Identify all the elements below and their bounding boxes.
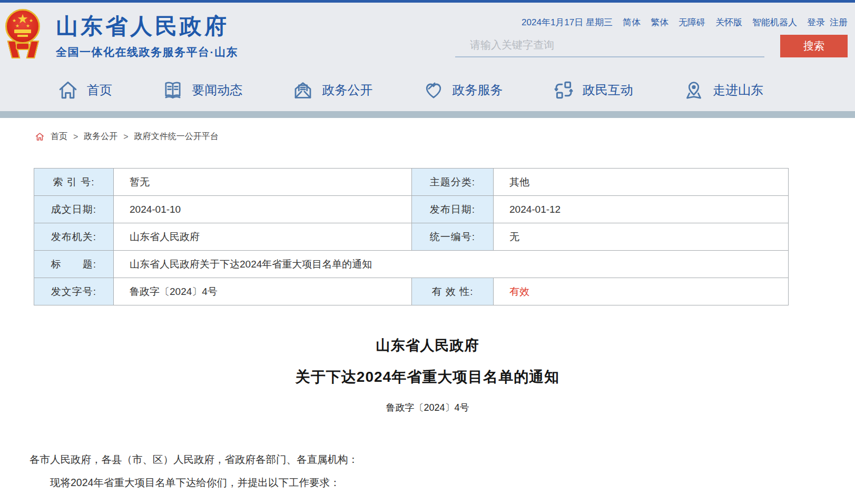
emblem-star-small: ★ [29,18,33,23]
search-bar: 搜索 [455,35,848,57]
emblem-star-small: ★ [15,23,19,28]
nav-item-label: 走进山东 [713,82,763,98]
nav-item-label: 政务服务 [453,82,503,98]
nav-item-news[interactable]: 要闻动态 [162,79,242,101]
meta-label-written-date: 成文日期: [34,196,114,223]
meta-label-issuing-agency: 发布机关: [34,223,114,251]
current-date: 2024年1月17日 星期三 [522,16,613,28]
heart-icon [422,79,445,101]
meta-label-index-number: 索 引 号: [34,169,114,196]
exchange-icon [553,79,575,101]
meta-value-title: 山东省人民政府关于下达2024年省重大项目名单的通知 [114,251,789,278]
site-title: 山东省人民政府 [56,12,238,41]
breadcrumb: 首页 > 政务公开 > 政府文件统一公开平台 [0,118,855,142]
meta-label-unified-number: 统一编号: [412,223,494,251]
document-title-line1: 山东省人民政府 [0,336,855,355]
link-accessibility[interactable]: 无障碍 [679,16,705,28]
search-button[interactable]: 搜索 [780,35,848,57]
emblem-knot [16,43,30,50]
meta-value-written-date: 2024-01-10 [114,196,412,223]
emblem-star: ★ [7,13,38,25]
nav-item-label: 政民互动 [583,82,633,98]
meta-value-issuing-agency: 山东省人民政府 [114,223,412,251]
meta-value-topic-category: 其他 [494,169,789,196]
open-book-icon [162,79,184,101]
nav-item-label: 政务公开 [322,82,372,98]
header-top: ★ ★ ★ ★ ★ 山东省人民政府 全国一体化在线政务服务平台·山东 [4,3,848,69]
emblem-star-small: ★ [12,18,16,23]
search-input[interactable] [455,37,764,57]
document-body: 各市人民政府，各县（市、区）人民政府，省政府各部门、各直属机构： 现将2024年… [30,452,792,504]
meta-value-validity-status: 有效 [494,278,789,305]
nav-item-services[interactable]: 政务服务 [422,79,503,101]
link-register[interactable]: 注册 [830,16,848,28]
meta-label-topic-category: 主题分类: [412,169,494,196]
page: ★ ★ ★ ★ ★ 山东省人民政府 全国一体化在线政务服务平台·山东 [0,0,855,504]
breadcrumb-separator: > [123,132,128,142]
document-paragraph: 现将2024年省重大项目名单下达给你们，并提出以下工作要求： [30,475,792,490]
table-row: 标 题: 山东省人民政府关于下达2024年省重大项目名单的通知 [34,251,789,278]
header-divider-strip [0,111,855,118]
breadcrumb-item-home[interactable]: 首页 [51,131,67,142]
document-title-line2: 关于下达2024年省重大项目名单的通知 [0,367,855,387]
meta-value-document-number: 鲁政字〔2024〕4号 [114,278,412,305]
home-icon [57,79,79,101]
meta-label-title: 标 题: [34,251,114,278]
mail-document-icon [292,79,314,101]
link-login[interactable]: 登录 [807,16,825,28]
link-traditional-chinese[interactable]: 繁体 [651,16,669,28]
nav-item-home[interactable]: 首页 [57,79,112,101]
breadcrumb-item-platform[interactable]: 政府文件统一公开平台 [134,131,219,142]
nav-item-label: 首页 [87,82,112,98]
top-utility-links: 2024年1月17日 星期三 简体 繁体 无障碍 关怀版 智能机器人 登录 注册 [455,16,848,28]
meta-value-index-number: 暂无 [114,169,412,196]
breadcrumb-separator: > [73,132,78,142]
emblem-disc: ★ ★ ★ ★ ★ [5,9,40,44]
site-brand[interactable]: ★ ★ ★ ★ ★ 山东省人民政府 全国一体化在线政务服务平台·山东 [4,8,238,63]
meta-value-unified-number: 无 [494,223,789,251]
meta-label-validity: 有 效 性: [412,278,494,305]
nav-item-interaction[interactable]: 政民互动 [553,79,633,101]
meta-label-publish-date: 发布日期: [412,196,494,223]
main-content: 首页 > 政务公开 > 政府文件统一公开平台 索 引 号: 暂无 主题分类: 其… [0,118,855,504]
national-emblem-logo: ★ ★ ★ ★ ★ [4,8,42,63]
brand-text: 山东省人民政府 全国一体化在线政务服务平台·山东 [56,12,238,60]
table-row: 发布机关: 山东省人民政府 统一编号: 无 [34,223,789,251]
main-nav: 首页 要闻动态 [4,69,848,111]
emblem-gate [14,29,31,33]
breadcrumb-home-icon[interactable] [35,132,45,142]
document-paragraph: 各市人民政府，各县（市、区）人民政府，省政府各部门、各直属机构： [30,452,792,467]
nav-item-label: 要闻动态 [192,82,242,98]
header-right: 2024年1月17日 星期三 简体 繁体 无障碍 关怀版 智能机器人 登录 注册… [455,16,848,57]
link-simplified-chinese[interactable]: 简体 [623,16,641,28]
nav-item-openness[interactable]: 政务公开 [292,79,372,101]
document-meta-table: 索 引 号: 暂无 主题分类: 其他 成文日期: 2024-01-10 发布日期… [34,168,789,305]
nav-item-shandong[interactable]: 走进山东 [683,79,763,101]
link-smart-robot[interactable]: 智能机器人 [752,16,797,28]
site-subtitle: 全国一体化在线政务服务平台·山东 [56,45,238,60]
table-row: 发文字号: 鲁政字〔2024〕4号 有 效 性: 有效 [34,278,789,305]
table-row: 成文日期: 2024-01-10 发布日期: 2024-01-12 [34,196,789,223]
map-pin-icon [683,79,705,101]
document-number: 鲁政字〔2024〕4号 [0,401,855,414]
breadcrumb-item-openness[interactable]: 政务公开 [84,131,117,142]
site-header: ★ ★ ★ ★ ★ 山东省人民政府 全国一体化在线政务服务平台·山东 [0,3,855,111]
emblem-gate [17,35,28,37]
link-care-version[interactable]: 关怀版 [715,16,742,28]
meta-value-publish-date: 2024-01-12 [494,196,789,223]
table-row: 索 引 号: 暂无 主题分类: 其他 [34,169,789,196]
document-header: 山东省人民政府 关于下达2024年省重大项目名单的通知 鲁政字〔2024〕4号 [0,336,855,414]
emblem-star-small: ★ [26,23,30,28]
meta-label-document-number: 发文字号: [34,278,114,305]
